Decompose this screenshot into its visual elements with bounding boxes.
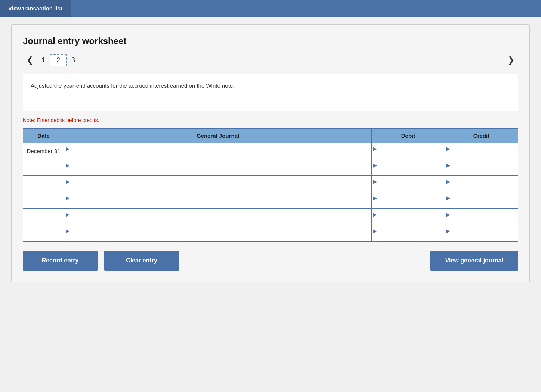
page-title: Journal entry worksheet: [23, 36, 518, 46]
table-row: ▶▶▶: [23, 225, 518, 242]
journal-cell-2[interactable]: ▶: [64, 176, 372, 192]
credit-input-3[interactable]: [451, 195, 516, 206]
credit-arrow-icon-2: ▶: [446, 179, 450, 184]
credit-arrow-icon-0: ▶: [446, 146, 450, 152]
debit-credit-note: Note: Enter debits before credits.: [23, 117, 518, 123]
debit-input-4[interactable]: [378, 211, 443, 223]
debit-cell-1[interactable]: ▶: [372, 159, 445, 176]
journal-cell-1[interactable]: ▶: [64, 159, 372, 176]
record-entry-button[interactable]: Record entry: [23, 251, 98, 271]
credit-cell-4[interactable]: ▶: [445, 209, 518, 225]
journal-arrow-icon-2: ▶: [66, 179, 69, 184]
credit-arrow-icon-4: ▶: [446, 212, 450, 217]
credit-arrow-icon-5: ▶: [446, 228, 450, 234]
journal-cell-0[interactable]: ▶: [64, 143, 372, 159]
credit-input-0[interactable]: [451, 145, 516, 157]
journal-input-5[interactable]: [70, 227, 370, 239]
step-2-active[interactable]: 2: [50, 54, 67, 66]
journal-input-2[interactable]: [70, 178, 370, 190]
step-navigation: ❮ 1 2 3 ❯: [23, 54, 518, 66]
header-debit: Debit: [372, 129, 445, 143]
debit-cell-2[interactable]: ▶: [372, 176, 445, 192]
step-3[interactable]: 3: [67, 55, 80, 66]
journal-input-0[interactable]: [70, 145, 370, 157]
debit-input-2[interactable]: [378, 178, 443, 190]
journal-cell-5[interactable]: ▶: [64, 225, 372, 242]
journal-input-1[interactable]: [70, 162, 370, 173]
debit-arrow-icon-3: ▶: [373, 195, 377, 201]
credit-arrow-icon-1: ▶: [446, 162, 450, 168]
debit-cell-5[interactable]: ▶: [372, 225, 445, 242]
credit-cell-5[interactable]: ▶: [445, 225, 518, 242]
debit-input-1[interactable]: [378, 162, 443, 173]
header-date: Date: [23, 129, 64, 143]
debit-arrow-icon-5: ▶: [373, 228, 377, 234]
journal-arrow-icon-1: ▶: [66, 162, 69, 168]
journal-cell-3[interactable]: ▶: [64, 192, 372, 209]
description-box: Adjusted the year-end accounts for the a…: [23, 74, 518, 111]
clear-entry-button[interactable]: Clear entry: [104, 251, 179, 271]
debit-input-5[interactable]: [378, 227, 443, 239]
table-row: ▶▶▶: [23, 209, 518, 225]
credit-input-2[interactable]: [451, 178, 516, 190]
debit-input-0[interactable]: [378, 145, 443, 157]
view-general-journal-button[interactable]: View general journal: [430, 251, 518, 271]
date-cell-4: [23, 209, 64, 225]
credit-input-5[interactable]: [451, 227, 516, 239]
debit-arrow-icon-4: ▶: [373, 212, 377, 217]
table-row: ▶▶▶: [23, 159, 518, 176]
credit-input-4[interactable]: [451, 211, 516, 223]
debit-cell-3[interactable]: ▶: [372, 192, 445, 209]
journal-arrow-icon-3: ▶: [66, 195, 69, 201]
journal-input-3[interactable]: [70, 195, 370, 206]
debit-arrow-icon-2: ▶: [373, 179, 377, 184]
bottom-buttons: Record entry Clear entry View general jo…: [23, 251, 518, 271]
main-container: Journal entry worksheet ❮ 1 2 3 ❯ Adjust…: [11, 24, 530, 282]
journal-cell-4[interactable]: ▶: [64, 209, 372, 225]
journal-arrow-icon-4: ▶: [66, 212, 69, 217]
top-bar: View transaction list: [0, 0, 541, 17]
credit-input-1[interactable]: [451, 162, 516, 173]
journal-table: Date General Journal Debit Credit Decemb…: [23, 128, 518, 242]
prev-arrow[interactable]: ❮: [23, 54, 37, 66]
date-cell-5: [23, 225, 64, 242]
debit-cell-0[interactable]: ▶: [372, 143, 445, 159]
credit-cell-3[interactable]: ▶: [445, 192, 518, 209]
journal-arrow-icon-0: ▶: [66, 146, 69, 152]
journal-arrow-icon-5: ▶: [66, 228, 69, 234]
date-cell-1: [23, 159, 64, 176]
debit-arrow-icon-1: ▶: [373, 162, 377, 168]
view-transaction-button[interactable]: View transaction list: [0, 0, 71, 17]
journal-input-4[interactable]: [70, 211, 370, 223]
credit-cell-0[interactable]: ▶: [445, 143, 518, 159]
step-1[interactable]: 1: [37, 55, 50, 66]
next-arrow[interactable]: ❯: [504, 54, 518, 66]
date-cell-3: [23, 192, 64, 209]
table-row: December 31▶▶▶: [23, 143, 518, 159]
header-general-journal: General Journal: [64, 129, 372, 143]
debit-cell-4[interactable]: ▶: [372, 209, 445, 225]
credit-arrow-icon-3: ▶: [446, 195, 450, 201]
credit-cell-1[interactable]: ▶: [445, 159, 518, 176]
header-credit: Credit: [445, 129, 518, 143]
credit-cell-2[interactable]: ▶: [445, 176, 518, 192]
table-row: ▶▶▶: [23, 192, 518, 209]
table-header-row: Date General Journal Debit Credit: [23, 129, 518, 143]
table-row: ▶▶▶: [23, 176, 518, 192]
date-cell-0: December 31: [23, 143, 64, 159]
date-cell-2: [23, 176, 64, 192]
debit-input-3[interactable]: [378, 195, 443, 206]
debit-arrow-icon-0: ▶: [373, 146, 377, 152]
